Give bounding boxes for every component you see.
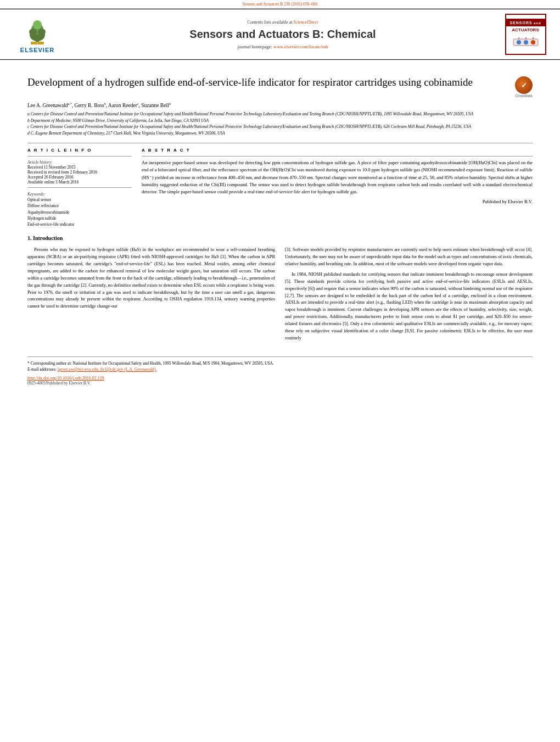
intro-para3: In 1984, NIOSH published standards for c…: [285, 271, 533, 342]
keyword-1: Optical sensor: [27, 197, 132, 203]
svg-point-9: [517, 40, 521, 44]
journal-center: Contents lists available at ScienceDirec…: [65, 20, 501, 49]
keywords-label: Keywords:: [27, 192, 45, 197]
elsevier-text: ELSEVIER: [20, 47, 54, 53]
affiliation-c: c Centers for Disease Control and Preven…: [27, 124, 533, 130]
abstract-heading: A B S T R A C T: [142, 148, 533, 153]
sciencedirect-link[interactable]: ScienceDirect: [294, 20, 318, 25]
svg-point-4: [29, 29, 37, 35]
introduction-title: 1. Introduction: [27, 235, 533, 241]
sensors-inner-top: SENSORS and: [506, 19, 545, 26]
crossmark: ✓ CrossMark: [515, 76, 533, 98]
sensors-logo-img: SENSORS and ACTUATORS: [505, 14, 546, 55]
crossmark-label: CrossMark: [515, 94, 533, 98]
sensors-graphic-icon: [511, 35, 541, 50]
keyword-3: Aquahydroxocobinamide: [27, 209, 132, 215]
footnote-corresponding: * Corresponding author at: National Inst…: [27, 360, 533, 366]
citation-bar: Sensors and Actuators B 230 (2016) 658–6…: [0, 0, 560, 9]
introduction-body: Persons who may be exposed to hydrogen s…: [27, 247, 533, 345]
footnote-email-link[interactable]: lgreen.aw@mir.wvu.edu, ilv1@cdc.gov (L.A…: [58, 367, 156, 372]
abstract-col: A B S T R A C T An inexpensive paper-bas…: [142, 143, 533, 227]
affiliation-a: a Centers for Disease Control and Preven…: [27, 111, 533, 118]
article-info-heading: A R T I C L E I N F O: [27, 148, 132, 153]
accepted-value: Accepted 26 February 2016: [27, 175, 132, 180]
intro-left-col: Persons who may be exposed to hydrogen s…: [27, 247, 275, 345]
article-info-col: A R T I C L E I N F O Article history: R…: [27, 143, 132, 227]
footnote-section: * Corresponding author at: National Inst…: [27, 356, 533, 386]
journal-homepage: journal homepage: www.elsevier.com/locat…: [65, 44, 501, 49]
keyword-2: Diffuse reflectance: [27, 203, 132, 209]
issn-line: 0925-4005/Published by Elsevier B.V.: [27, 381, 533, 386]
main-content: ✓ CrossMark Development of a hydrogen su…: [0, 60, 560, 391]
crossmark-circle: ✓: [515, 76, 533, 94]
abstract-divider: [142, 156, 533, 157]
elsevier-tree-icon: [21, 15, 54, 46]
svg-point-3: [33, 20, 42, 29]
introduction-section: 1. Introduction Persons who may be expos…: [27, 235, 533, 345]
article-info-abstract-section: A R T I C L E I N F O Article history: R…: [27, 143, 533, 227]
svg-point-5: [38, 29, 46, 35]
keyword-5: End-of-service-life indicator: [27, 221, 132, 227]
journal-header: ELSEVIER Contents lists available at Sci…: [0, 9, 560, 60]
received-value: Received 11 November 2015: [27, 165, 132, 170]
page: Sensors and Actuators B 230 (2016) 658–6…: [0, 0, 560, 742]
sensors-and-text: and: [534, 21, 541, 25]
sensors-actuators-text: ACTUATORS: [511, 26, 540, 34]
article-title: Development of a hydrogen sulfide end-of…: [27, 75, 533, 90]
sensors-logo-box: SENSORS and ACTUATORS: [501, 14, 550, 55]
authors-line: Lee A. Greenawalda,*, Gerry R. Bossb, Aa…: [27, 102, 533, 108]
article-title-section: ✓ CrossMark Development of a hydrogen su…: [27, 75, 533, 98]
doi-line: http://dx.doi.org/10.1016/j.snb.2016.02.…: [27, 376, 533, 381]
journal-name: Sensors and Actuators B: Chemical: [65, 28, 501, 41]
doi-link[interactable]: http://dx.doi.org/10.1016/j.snb.2016.02.…: [27, 376, 104, 381]
contents-line: Contents lists available at ScienceDirec…: [65, 20, 501, 25]
intro-para2: [3]. Software models provided by respira…: [285, 247, 533, 268]
citation-text: Sensors and Actuators B 230 (2016) 658–6…: [243, 2, 318, 7]
elsevier-logo: ELSEVIER: [10, 15, 65, 53]
published-by: Published by Elsevier B.V.: [142, 199, 533, 204]
affiliations: a Centers for Disease Control and Preven…: [27, 111, 533, 136]
homepage-link[interactable]: www.elsevier.com/locate/snb: [273, 44, 328, 49]
keywords-section: Keywords: Optical sensor Diffuse reflect…: [27, 191, 132, 227]
svg-point-11: [531, 40, 535, 44]
intro-para1: Persons who may be exposed to hydrogen s…: [27, 247, 275, 310]
received-revised-value: Received in revised form 2 February 2016: [27, 170, 132, 175]
available-value: Available online 3 March 2016: [27, 180, 132, 185]
history-group: Article history: Received 11 November 20…: [27, 159, 132, 185]
history-label: Article history:: [27, 160, 53, 165]
sensors-top-text: SENSORS: [509, 21, 532, 25]
svg-point-10: [524, 40, 528, 44]
keywords-divider: [27, 187, 132, 188]
footnote-email: E-mail addresses: lgreen.aw@mir.wvu.edu,…: [27, 366, 533, 372]
abstract-text: An inexpensive paper-based sensor was de…: [142, 159, 533, 196]
article-info-divider: [27, 156, 132, 157]
intro-right-col: [3]. Software models provided by respira…: [285, 247, 533, 345]
affiliation-b: b Department of Medicine, 9500 Gilman Dr…: [27, 118, 533, 124]
affiliation-d: d C. Eugene Bennett Department of Chemis…: [27, 131, 533, 137]
keyword-4: Hydrogen sulfide: [27, 215, 132, 221]
